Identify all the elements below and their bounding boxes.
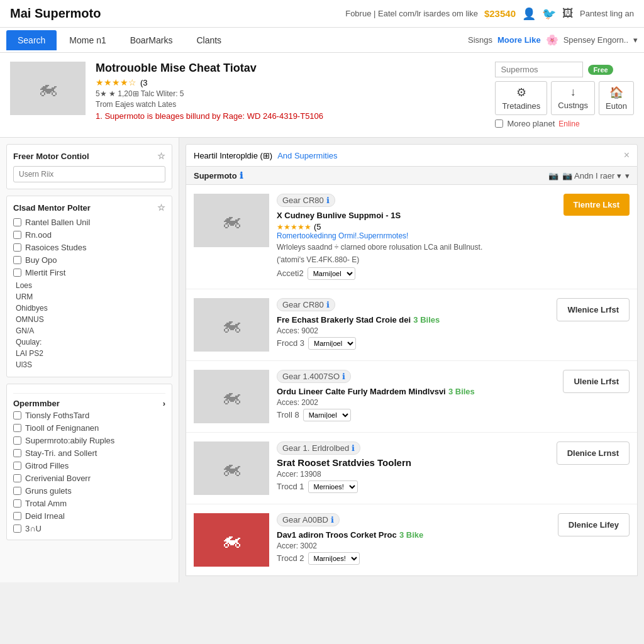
listing-tag-0[interactable]: Gear CR80 ℹ [277,194,335,207]
listing-body-0: Gear CR80 ℹ X Cudney Bunlive Suppmoi - 1… [277,194,556,280]
listing-item: 🏍 Gear 1.4007SO ℹ Ordu Lineer Calte Furl… [186,361,637,433]
checkbox-mlertit-label: Mlertit First [25,268,65,277]
mentor-polter-star-icon[interactable]: ☆ [157,203,165,213]
listing-tag-4[interactable]: Gear A00BD ℹ [277,513,340,526]
listing-tag-2[interactable]: Gear 1.4007SO ℹ [277,370,351,383]
cb-deid-input[interactable] [13,512,21,520]
listing-btn-3[interactable]: Dlenice Lrnst [557,441,630,465]
tag-info-icon-1: ℹ [326,300,330,309]
cb-crerivenial[interactable]: Crerivenial Boverr [13,474,165,483]
cb-stay-tri[interactable]: Stay-Tri. and Sollert [13,448,165,458]
nav-dropdown-icon[interactable]: ▾ [633,35,638,45]
custngs-button[interactable]: ↓ Custngs [551,81,595,115]
listing-title-0: X Cudney Bunlive Suppmoi - 1S [277,209,556,220]
opermmber-expand[interactable]: Opermmber › [13,393,165,411]
tretadines-button[interactable]: ⚙ Tretadines [495,81,547,115]
cb-trotal-input[interactable] [13,499,21,508]
list-item-ohidbyes[interactable]: Ohidbyes [16,303,165,314]
listing-action-4: Dlenice Lifey [558,513,630,536]
tab-bookmarks[interactable]: BoarMarks [119,30,184,50]
home-icon: 🏠 [609,86,623,99]
listing-select-4[interactable]: Marni|oes! [308,552,360,565]
checkbox-rasoices-input[interactable] [13,243,21,252]
cb-gruns[interactable]: Gruns gulets [13,486,165,496]
nav-sisings[interactable]: Sisngs [468,35,492,45]
featured-source: 1. Supermoto is bleages billund by Rage:… [96,111,485,121]
enline-link[interactable]: Enline [558,119,579,128]
listing-tag-1[interactable]: Gear CR80 ℹ [277,298,335,311]
cb-tiooll[interactable]: Tiooll of Fenignanen [13,423,165,433]
checkbox-rantel-input[interactable] [13,218,21,226]
cb-supermroto[interactable]: Supermroto:abily Ruples [13,436,165,445]
listing-btn-4[interactable]: Dlenice Lifey [558,513,630,536]
cb-3nu-input[interactable] [13,525,21,533]
cb-tiooll-label: Tiooll of Fenignanen [25,423,99,433]
tab-mome[interactable]: Mome n1 [58,30,117,50]
content-header: Heartil Interopldie (⊞) And Supermities … [186,144,638,167]
checkbox-rn-ood-input[interactable] [13,231,21,239]
checkbox-mlertit[interactable]: Mlertit First [13,268,165,277]
listing-email-0[interactable]: Romertookedinng Ormi!.Supernrmotes! [277,231,556,240]
listing-btn-1[interactable]: Wlenice Lrfst [557,298,630,321]
motor-contiol-title: Freer Motor Contiol [13,152,89,161]
cb-tiooll-input[interactable] [13,424,21,432]
list-item-loes[interactable]: Loes [16,280,165,291]
sub-dropdown-icon[interactable]: ▾ [625,171,630,180]
cb-stay-tri-input[interactable] [13,449,21,457]
cb-gitrod-input[interactable] [13,462,21,470]
listing-btn-0[interactable]: Tientre Lkst [564,194,630,216]
right-content: Heartil Interopldie (⊞) And Supermities … [179,138,644,582]
image-icon[interactable]: 🖼 [562,7,574,20]
trol-num-2: Troll 8 [277,410,299,419]
mentor-polter-title: Clsad Mentor Polter ☆ [13,203,165,213]
twitter-icon[interactable]: 🐦 [542,7,556,21]
checkbox-mlertit-input[interactable] [13,269,21,277]
cb-crerivenial-input[interactable] [13,474,21,482]
bikes-label-1: 3 Biles [413,315,440,325]
listing-action-0: Tientre Lkst [564,194,630,216]
cb-trotal[interactable]: Trotal Amm [13,499,165,508]
listing-tag-3[interactable]: Gear 1. Erldrolbed ℹ [277,441,360,455]
list-item-omnus[interactable]: OMNUS [16,314,165,325]
tab-clants[interactable]: Clants [185,30,233,50]
euton-button[interactable]: 🏠 Euton [599,81,634,115]
listing-select-1[interactable]: Marni|oel [308,337,356,350]
trol-num-4: Trocd 2 [277,553,304,563]
cb-deid[interactable]: Deid Irneal [13,511,165,521]
listing-select-0[interactable]: Marni|oel [308,267,355,280]
cb-supermroto-input[interactable] [13,436,21,445]
and-supermities-link[interactable]: And Supermities [277,151,337,160]
list-item-ul3s[interactable]: Ul3S [16,359,165,370]
nav-moore-like[interactable]: Moore Like [497,35,541,45]
featured-stars: ★★★★☆ [96,77,136,87]
moreo-planet-checkbox[interactable] [495,119,503,128]
cb-tionsly-input[interactable] [13,411,21,419]
checkbox-buy-opo[interactable]: Buy Opo [13,255,165,265]
list-item-urm[interactable]: URM [16,291,165,303]
close-icon[interactable]: × [624,150,630,161]
list-item-lai-ps2[interactable]: LAI PS2 [16,348,165,359]
motor-contiol-star-icon[interactable]: ☆ [157,151,165,161]
cb-3nu[interactable]: 3∩U [13,524,165,533]
listing-acces-0: Acceti2 [277,269,304,278]
cb-tionsly[interactable]: Tionsly FothsTard [13,411,165,420]
checkbox-buy-opo-input[interactable] [13,256,21,264]
featured-title: Motrouoble Mise Cheat Tiotav [96,62,485,75]
listing-btn-2[interactable]: Ulenie Lrfst [563,370,630,393]
user-icon[interactable]: 👤 [522,7,536,21]
supermos-search-input[interactable] [495,62,583,77]
list-item-quulay[interactable]: Quulay: [16,336,165,348]
cb-gruns-input[interactable] [13,487,21,495]
checkbox-rantel[interactable]: Rantel Ballen Unil [13,218,165,227]
cb-gitrod[interactable]: Gitrod Filles [13,461,165,470]
checkbox-rn-ood[interactable]: Rn.ood [13,230,165,240]
listing-select-2[interactable]: Marni|oel [303,409,351,421]
list-item-gnia[interactable]: GN/A [16,325,165,336]
usern-riix-input[interactable] [13,166,165,182]
featured-rating-count: (3 [140,78,148,87]
listing-select-3[interactable]: Mernioes! [308,480,358,493]
nav-spensey[interactable]: Spensey Engorn.. [564,35,628,45]
sidebar-section-motor-contiol: Freer Motor Contiol ☆ [6,144,172,189]
checkbox-rasoices[interactable]: Rasoices Studes [13,243,165,252]
tab-search[interactable]: Search [6,30,57,50]
